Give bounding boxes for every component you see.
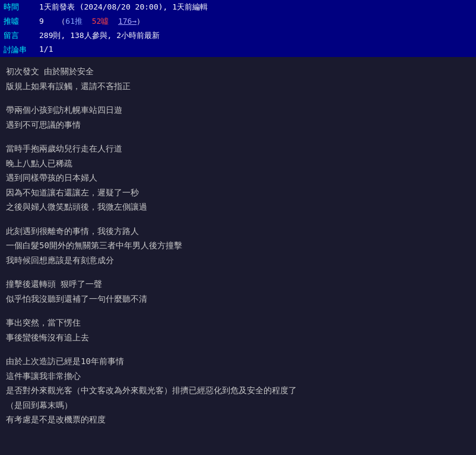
thread-label: 討論串 [0,43,36,57]
text-line: 由於上次造訪已經是10年前事情 [6,354,470,369]
paragraph-4: 撞擊後還轉頭 狠呼了一聲似乎怕我沒聽到還補了一句什麼聽不清 [6,277,470,306]
push-label: 推噓 [0,14,36,29]
paragraph-5: 事出突然，當下愣住事後蠻後悔沒有追上去 [6,315,470,345]
text-line: 當時手抱兩歲幼兒行走在人行道 [6,141,470,156]
push-all: 176→ [118,17,137,26]
text-line: 似乎怕我沒聽到還補了一句什麼聽不清 [6,292,470,307]
header-row-time: 時間 1天前發表 (2024/08/20 20:00), 1天前編輯 [0,0,476,14]
text-line: 事後蠻後悔沒有追上去 [6,330,470,345]
push-score: 9 [39,17,44,26]
text-line: 是否對外來觀光客（中文客改為外來觀光客）排擠已經惡化到危及安全的程度了 [6,383,470,398]
text-line: 有考慮是不是改機票的程度 [6,412,470,427]
text-line: 之後與婦人微笑點頭後，我微左側讓過 [6,200,470,214]
paragraph-6: 由於上次造訪已經是10年前事情這件事讓我非常擔心是否對外來觀光客（中文客改為外來… [6,354,470,427]
text-line: 此刻遇到很離奇的事情，我後方路人 [6,224,470,239]
paragraph-3: 此刻遇到很離奇的事情，我後方路人一個白髮50開外的無關第三者中年男人後方撞擊我時… [6,224,470,268]
text-line: 遇到不可思議的事情 [6,118,470,132]
text-line: 帶兩個小孩到訪札幌車站四日遊 [6,103,470,118]
thread-value: 1/1 [36,43,476,57]
paragraph-2: 當時手抱兩歲幼兒行走在人行道晚上八點人已稀疏遇到同樣帶孩的日本婦人因為不知道讓右… [6,141,470,214]
header-row-thread: 討論串 1/1 [0,43,476,57]
main-content: 初次發文 由於關於安全版規上如果有誤觸，還請不吝指正帶兩個小孩到訪札幌車站四日遊… [0,64,476,443]
text-line: 晚上八點人已稀疏 [6,156,470,171]
paragraph-1: 帶兩個小孩到訪札幌車站四日遊遇到不可思議的事情 [6,103,470,132]
text-line: （是回到幕末嗎） [6,398,470,413]
header-row-push: 推噓 9 （61推 52噓 176→） [0,14,476,29]
text-line: 因為不知道讓右還讓左，遲疑了一秒 [6,185,470,200]
paragraph-0: 初次發文 由於關於安全版規上如果有誤觸，還請不吝指正 [6,64,470,93]
text-line: 撞擊後還轉頭 狠呼了一聲 [6,277,470,292]
push-down: 52噓 [92,17,109,26]
push-value: 9 （61推 52噓 176→） [36,14,476,29]
time-value: 1天前發表 (2024/08/20 20:00), 1天前編輯 [36,0,476,14]
text-line: 這件事讓我非常擔心 [6,369,470,384]
time-label: 時間 [0,0,36,14]
text-line: 遇到同樣帶孩的日本婦人 [6,170,470,185]
text-line: 我時候回想應該是有刻意成分 [6,253,470,268]
text-line: 一個白髮50開外的無關第三者中年男人後方撞擊 [6,238,470,253]
text-line: 初次發文 由於關於安全 [6,64,470,79]
header-row-comment: 留言 289則, 138人參與, 2小時前最新 [0,29,476,43]
push-up: 61推 [65,17,82,26]
comment-label: 留言 [0,29,36,43]
header-table: 時間 1天前發表 (2024/08/20 20:00), 1天前編輯 推噓 9 … [0,0,476,57]
text-line: 事出突然，當下愣住 [6,315,470,330]
comment-value: 289則, 138人參與, 2小時前最新 [36,29,476,43]
text-line: 版規上如果有誤觸，還請不吝指正 [6,79,470,94]
